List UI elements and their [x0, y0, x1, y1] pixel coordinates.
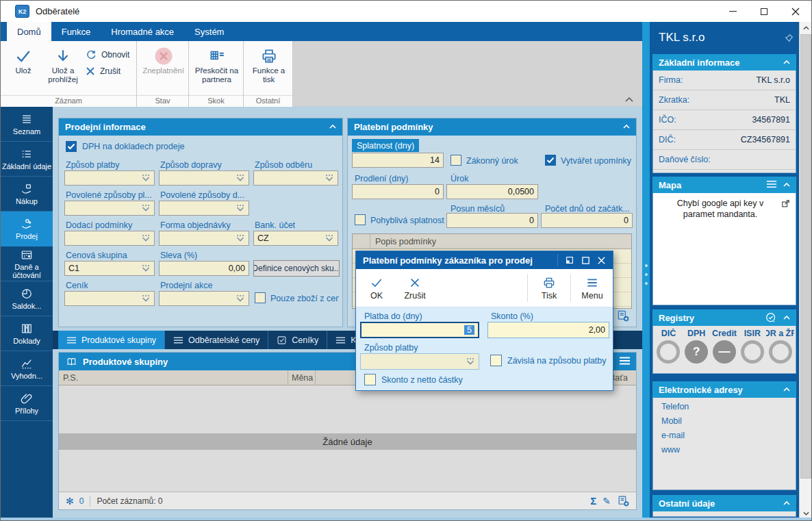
bank-account-dropdown[interactable]: CZ — [253, 231, 338, 246]
price-list-dropdown[interactable] — [64, 291, 155, 306]
edit-pencil-icon[interactable]: ✎ — [602, 496, 611, 507]
create-reminders-checkbox[interactable] — [545, 155, 556, 166]
only-pricelist-goods-checkbox[interactable] — [255, 292, 266, 303]
skonto-from-net-checkbox[interactable] — [364, 374, 376, 385]
sidebar-item-saldokonto[interactable]: Saldok... — [1, 281, 53, 316]
vertical-scrollbar[interactable] — [799, 22, 812, 519]
registry-item-or-a-zr[interactable]: OR a ŽR — [766, 329, 794, 364]
payment-within-days-input[interactable]: 5 — [360, 322, 479, 338]
registry-item-dic[interactable]: DIČ — [655, 329, 683, 364]
price-group-definition-button[interactable]: Definice cenových sku... — [253, 260, 340, 277]
add-form-icon[interactable] — [617, 494, 630, 507]
cancel-button[interactable]: Zrušit — [86, 66, 129, 76]
link-email[interactable]: e-mail — [661, 431, 796, 445]
dph-checkbox[interactable] — [66, 141, 77, 152]
ribbon-tab-domu[interactable]: Domů — [7, 22, 51, 41]
allowed-payment-methods-dropdown[interactable] — [64, 201, 155, 216]
external-link-icon[interactable] — [781, 199, 791, 209]
tab-odberatelske-ceny[interactable]: Odběratelské ceny — [165, 331, 268, 349]
collapse-ribbon-button[interactable] — [624, 97, 634, 103]
link-mobil[interactable]: Mobil — [661, 416, 796, 431]
save-button[interactable]: Ulož — [3, 43, 43, 75]
add-record-button[interactable] — [616, 309, 630, 322]
jump-to-partner-button[interactable]: Přeskočit na partnera — [192, 43, 242, 84]
maximize-icon[interactable] — [581, 256, 590, 265]
section-menu-button[interactable] — [766, 179, 777, 189]
dialog-payment-method-dropdown[interactable] — [360, 353, 479, 370]
refresh-button[interactable]: Obnovit — [86, 49, 129, 60]
sidebar-item-nakup[interactable]: Nákup — [1, 177, 53, 212]
delay-days-input[interactable]: 0 — [352, 184, 444, 199]
dialog-title-bar[interactable]: Platební podmínky zákazníka pro prodej — [356, 251, 613, 269]
ribbon-tab-hromadne-akce[interactable]: Hromadné akce — [101, 22, 184, 41]
dialog-print-button[interactable]: Tisk — [530, 269, 568, 307]
transport-method-dropdown[interactable] — [159, 170, 249, 186]
registry-item-dph[interactable]: DPH? — [683, 329, 711, 364]
sales-action-dropdown[interactable] — [159, 291, 249, 306]
save-and-view-button[interactable]: Ulož a prohlížej — [43, 43, 83, 84]
sum-icon[interactable]: Σ — [590, 495, 596, 507]
dialog-ok-button[interactable]: OK — [357, 269, 396, 307]
ribbon-tab-funkce[interactable]: Funkce — [51, 22, 101, 41]
functions-and-print-button[interactable]: Funkce a tisk — [249, 43, 289, 84]
column-ps[interactable]: P.S. — [59, 370, 82, 385]
collapse-panel-button[interactable] — [327, 121, 338, 132]
link-www[interactable]: www — [661, 445, 796, 459]
sidebar-item-prodej[interactable]: Prodej — [1, 212, 53, 246]
collapse-panel-button[interactable] — [621, 121, 632, 132]
payment-method-dropdown[interactable] — [64, 170, 155, 186]
days-from-start-input[interactable]: 0 — [541, 213, 633, 228]
splitter-handle[interactable] — [642, 22, 650, 519]
depends-on-payment-method-label: Závislá na způsobu platby — [507, 356, 607, 366]
column-mena[interactable]: Měna — [288, 370, 317, 385]
pickup-method-dropdown[interactable] — [253, 170, 338, 186]
sidebar-item-dane-a-uctovani[interactable]: Daně a účtování — [1, 246, 53, 281]
sidebar-item-seznam[interactable]: Seznam — [1, 107, 53, 142]
field-label: Počet dnů od začátk... — [545, 204, 630, 214]
panel-menu-button[interactable] — [619, 356, 631, 366]
due-days-input[interactable]: 14 — [352, 153, 444, 168]
close-icon[interactable] — [597, 256, 606, 265]
price-group-dropdown[interactable]: C1 — [64, 261, 155, 276]
depends-on-payment-method-checkbox[interactable] — [490, 355, 502, 366]
interest-input[interactable]: 0,0500 — [446, 184, 538, 199]
collapse-section-button[interactable] — [781, 179, 792, 190]
collapse-section-button[interactable] — [781, 312, 792, 323]
check-circle-icon[interactable] — [765, 312, 777, 324]
sidebar-item-vyhodnoceni[interactable]: Vyhodn... — [1, 351, 53, 386]
ribbon-tab-system[interactable]: Systém — [184, 22, 234, 41]
registry-item-credit[interactable]: Credit— — [711, 329, 739, 364]
maximize-button[interactable] — [748, 1, 780, 22]
sidebar-item-prilohy[interactable]: Přílohy — [1, 386, 53, 421]
legal-interest-checkbox[interactable] — [451, 155, 461, 166]
skonto-percent-input[interactable]: 2,00 — [487, 322, 609, 338]
order-form-dropdown[interactable] — [159, 231, 249, 246]
link-telefon[interactable]: Telefon — [661, 402, 796, 416]
dialog-cancel-button[interactable]: Zrušit — [396, 269, 434, 307]
collapse-section-button[interactable] — [781, 498, 792, 509]
tab-ceniky[interactable]: Ceníky — [268, 331, 327, 349]
sidebar-item-zakladni-udaje[interactable]: Základní údaje — [1, 142, 53, 177]
delivery-terms-dropdown[interactable] — [64, 231, 155, 246]
discount-input[interactable]: 0,00 — [159, 261, 249, 276]
collapse-section-button[interactable] — [781, 384, 792, 395]
map-body: Chybí google api key v paramet mandanta. — [652, 193, 796, 305]
sidebar-item-doklady[interactable]: Doklady — [1, 316, 53, 351]
invalidate-button: Zneplatnění — [144, 43, 183, 75]
close-button[interactable] — [780, 1, 811, 22]
dock-icon[interactable] — [565, 255, 574, 265]
registry-item-isir[interactable]: ISIR — [738, 329, 766, 364]
allowed-transport-methods-dropdown[interactable] — [159, 201, 249, 216]
pin-icon[interactable] — [785, 34, 794, 42]
list-icon — [19, 112, 34, 126]
ribbon-tab-bar: Domů Funkce Hromadné akce Systém — [1, 22, 642, 41]
dialog-menu-button[interactable]: Menu — [573, 269, 611, 307]
collapse-section-button[interactable] — [781, 57, 792, 68]
floating-due-checkbox[interactable] — [355, 214, 366, 225]
scroll-up-button[interactable] — [800, 22, 812, 34]
due-days-label-highlighted: Splatnost (dny) — [352, 139, 419, 152]
month-shift-input[interactable]: 0 — [446, 213, 538, 228]
tab-produktove-skupiny[interactable]: Produktové skupiny — [58, 331, 165, 349]
minimize-button[interactable] — [717, 1, 748, 22]
scrollbar-thumb[interactable] — [800, 34, 811, 479]
